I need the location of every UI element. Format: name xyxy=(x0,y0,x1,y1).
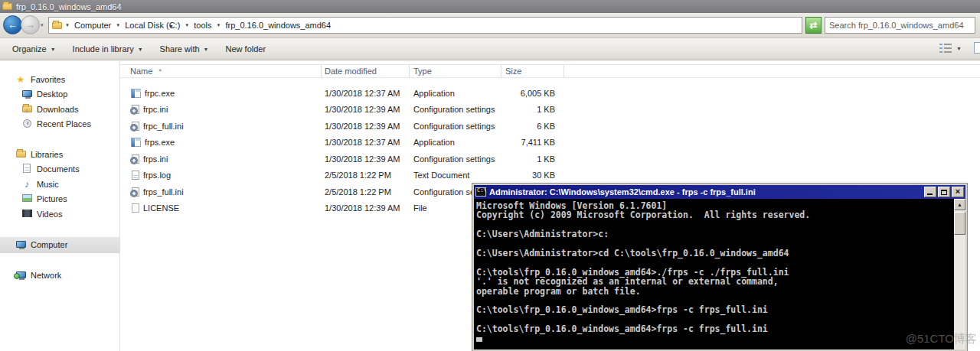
console-line: C:\Users\Administrator>c: xyxy=(476,229,952,239)
sidebar-item-recent-places[interactable]: Recent Places xyxy=(0,117,119,132)
file-row-frpc-full-ini[interactable]: frpc_full.ini 1/30/2018 12:39 AM Configu… xyxy=(120,118,980,135)
console-line: C:\Users\Administrator>cd C:\tools\frp_0… xyxy=(476,249,952,258)
new-folder-button[interactable]: New folder xyxy=(221,41,271,57)
application-icon xyxy=(131,138,141,147)
sidebar-group-libraries[interactable]: Libraries xyxy=(0,147,119,162)
network-icon xyxy=(16,271,26,278)
preview-pane-icon[interactable] xyxy=(974,42,980,54)
computer-icon xyxy=(16,241,26,248)
address-bar: ← → ▾ ▼ Computer ▼ Local Disk (C:) ▼ too… xyxy=(0,13,980,38)
minimize-button[interactable] xyxy=(924,187,936,197)
chevron-down-icon[interactable]: ▼ xyxy=(116,23,120,28)
search-input[interactable] xyxy=(825,18,975,33)
column-header-type[interactable]: Type xyxy=(410,65,501,77)
chevron-down-icon[interactable]: ▼ xyxy=(217,23,221,28)
favorites-star-icon: ★ xyxy=(15,74,26,85)
file-row-frps-ini[interactable]: frps.ini 1/30/2018 12:39 AM Configuratio… xyxy=(120,151,980,167)
address-history-dropdown-icon[interactable]: ▼ xyxy=(168,24,174,29)
folder-icon xyxy=(2,3,12,10)
text-document-icon xyxy=(132,171,139,180)
application-icon xyxy=(131,89,141,98)
sidebar-item-pictures[interactable]: Pictures xyxy=(0,192,119,207)
breadcrumb-computer[interactable]: Computer xyxy=(73,19,113,31)
breadcrumb-tools[interactable]: tools xyxy=(192,19,213,31)
close-button[interactable]: × xyxy=(952,187,964,197)
change-view-icon[interactable] xyxy=(939,43,952,54)
console-line: C:\tools\frp_0.16.0_windows_amd64>frps -… xyxy=(476,324,952,333)
cmd-title-text: Administrator: C:\Windows\system32\cmd.e… xyxy=(489,187,923,197)
text-cursor xyxy=(476,337,482,342)
back-button[interactable]: ← xyxy=(3,15,22,34)
sidebar-item-music[interactable]: ♪ Music xyxy=(0,177,119,192)
include-in-library-button[interactable]: Include in library ▼ xyxy=(68,41,148,57)
explorer-titlebar[interactable]: frp_0.16.0_windows_amd64 xyxy=(0,0,980,13)
screen: frp_0.16.0_windows_amd64 ← → ▾ ▼ Compute… xyxy=(0,0,980,351)
chevron-down-icon[interactable]: ▼ xyxy=(185,23,189,28)
cmd-window: Administrator: C:\Windows\system32\cmd.e… xyxy=(472,184,967,351)
share-with-button[interactable]: Share with ▼ xyxy=(155,41,214,57)
sidebar-item-downloads[interactable]: ↓ Downloads xyxy=(0,102,119,117)
breadcrumb[interactable]: ▼ Computer ▼ Local Disk (C:) ▼ tools ▼ f… xyxy=(48,17,802,34)
sidebar-item-network[interactable]: Network xyxy=(0,268,119,284)
sidebar-item-desktop[interactable]: Desktop xyxy=(0,87,119,102)
documents-icon xyxy=(23,164,31,173)
forward-button[interactable]: → xyxy=(21,15,40,34)
console-line: operable program or batch file. xyxy=(476,287,952,296)
console-cursor-line xyxy=(476,333,952,343)
recent-pages-dropdown-icon[interactable]: ▾ xyxy=(41,22,44,28)
ini-file-icon xyxy=(132,122,139,131)
scrollbar-thumb[interactable] xyxy=(954,212,965,235)
maximize-button[interactable] xyxy=(938,187,950,197)
file-row-frpc-ini[interactable]: frpc.ini 1/30/2018 12:39 AM Configuratio… xyxy=(120,102,980,119)
chevron-down-icon[interactable]: ▼ xyxy=(65,23,70,28)
scroll-up-icon[interactable]: ▲ xyxy=(954,199,965,210)
file-row-frps-log[interactable]: frps.log 2/5/2018 1:22 PM Text Document … xyxy=(120,167,980,184)
breadcrumb-current-folder[interactable]: frp_0.16.0_windows_amd64 xyxy=(224,19,332,31)
cmd-scrollbar[interactable]: ▲ xyxy=(954,199,965,349)
ini-file-icon xyxy=(132,105,139,114)
desktop-icon xyxy=(22,90,32,97)
cmd-icon xyxy=(475,187,486,197)
command-toolbar: Organize ▼ Include in library ▼ Share wi… xyxy=(0,38,980,60)
file-icon xyxy=(132,203,139,213)
organize-button[interactable]: Organize ▼ xyxy=(8,41,60,57)
pictures-icon xyxy=(22,194,32,202)
ini-file-icon xyxy=(132,154,139,164)
navigation-pane: ★ Favorites Desktop ↓ Downloads Recent P… xyxy=(0,61,119,351)
file-row-frpc-exe[interactable]: frpc.exe 1/30/2018 12:37 AM Application … xyxy=(120,85,980,102)
sidebar-item-computer[interactable]: Computer xyxy=(0,237,119,253)
chevron-down-icon[interactable]: ▼ xyxy=(956,46,962,51)
console-output: Microsoft Windows [Version 6.1.7601] Cop… xyxy=(474,199,954,349)
ini-file-icon xyxy=(132,187,139,197)
column-header-date-modified[interactable]: Date modified xyxy=(322,65,410,77)
sort-ascending-icon: ▲ xyxy=(158,67,162,72)
column-headers: Name ▲ Date modified Type Size xyxy=(120,64,980,78)
cmd-titlebar[interactable]: Administrator: C:\Windows\system32\cmd.e… xyxy=(474,185,965,199)
column-header-name[interactable]: Name ▲ xyxy=(120,65,322,77)
folder-icon xyxy=(52,22,62,29)
sidebar-item-documents[interactable]: Documents xyxy=(0,162,119,177)
sidebar-group-favorites[interactable]: ★ Favorites xyxy=(0,72,119,87)
chevron-down-icon: ▼ xyxy=(204,47,209,52)
sidebar-item-videos[interactable]: Videos xyxy=(0,206,119,222)
recent-places-icon xyxy=(23,119,31,128)
console-line xyxy=(476,258,952,267)
search-box xyxy=(825,17,975,34)
console-line: C:\tools\frp_0.16.0_windows_amd64>frps -… xyxy=(476,305,952,314)
downloads-icon: ↓ xyxy=(22,106,32,112)
libraries-icon xyxy=(16,151,26,158)
refresh-button[interactable]: ⇄ xyxy=(805,17,822,34)
column-header-size[interactable]: Size xyxy=(501,65,564,77)
console-line: '.' is not recognized as an internal or … xyxy=(476,277,952,286)
videos-icon xyxy=(22,210,32,217)
chevron-down-icon: ▼ xyxy=(51,47,56,52)
window-title: frp_0.16.0_windows_amd64 xyxy=(16,2,122,11)
music-icon: ♪ xyxy=(21,179,32,190)
file-row-frps-exe[interactable]: frps.exe 1/30/2018 12:37 AM Application … xyxy=(120,135,980,151)
console-line: Copyright (c) 2009 Microsoft Corporation… xyxy=(476,210,952,219)
chevron-down-icon: ▼ xyxy=(138,47,143,52)
